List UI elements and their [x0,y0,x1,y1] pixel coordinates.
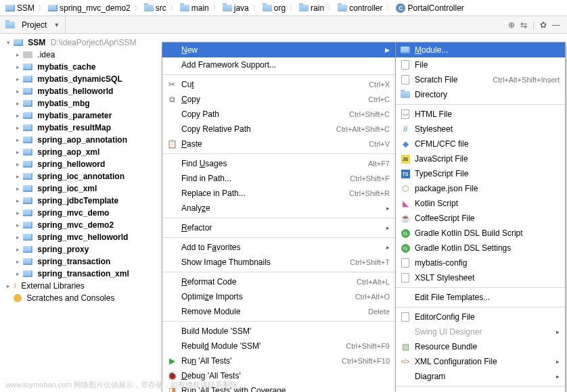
menu-show-thumbnails[interactable]: Show Image ThumbnailsCtrl+Shift+T [162,255,395,270]
tree-module[interactable]: ▸ spring_mvc_demo2 [0,219,173,231]
scratches-icon [14,294,22,302]
menu-label: mybatis-config [415,258,467,268]
module-label: spring_aop_annotation [37,135,127,145]
menu-new-resource-bundle[interactable]: ▤Resource Bundle [396,339,565,354]
tree-module[interactable]: ▸ spring_transaction [0,255,173,268]
settings-sliders-icon[interactable]: ⇆ [520,20,527,30]
menu-reformat-code[interactable]: Reformat CodeCtrl+Alt+L [162,274,395,289]
menu-new-packagejson[interactable]: ⬡package.json File [396,181,565,196]
menu-label: Paste [181,139,202,149]
menu-cut[interactable]: ✂CutCtrl+X [162,77,395,92]
js-icon: JS [400,155,411,164]
menu-label: Swing UI Designer [415,327,482,337]
menu-find-usages[interactable]: Find UsagesAlt+F7 [162,156,395,171]
menu-new-xslt[interactable]: XSLT Stylesheet [396,270,565,285]
menu-add-favorites[interactable]: Add to Favorites▸ [162,240,395,255]
tree-module[interactable]: ▸ mybatis_cache [0,61,173,73]
coffee-icon: ☕ [400,214,411,223]
tree-module[interactable]: ▸ spring_aop_xml [0,146,173,158]
chevron-right-icon: ▶ [385,47,390,53]
tree-module[interactable]: ▸ mybatis_resultMap [0,122,173,134]
bc-folder[interactable]: controller [336,3,384,13]
menu-new-editorconfig[interactable]: EditorConfig File [396,310,565,324]
bc-folder[interactable]: rain [298,3,325,13]
bc-folder[interactable]: org [261,3,287,13]
module-icon [23,149,32,155]
menu-optimize-imports[interactable]: Optimize ImportsCtrl+Alt+O [162,289,395,304]
bc-file[interactable]: CPortalController [394,3,465,13]
run-icon: ▶ [166,356,177,366]
tree-module[interactable]: ▸ mybatis_dynamicSQL [0,73,173,85]
tree-module[interactable]: ▸ spring_mvc_demo [0,207,173,219]
tree-module[interactable]: ▸ spring_ioc_annotation [0,170,173,182]
menu-copy[interactable]: ⧉CopyCtrl+C [162,92,395,107]
menu-copy-path[interactable]: Copy PathCtrl+Shift+C [162,107,395,122]
bc-folder[interactable]: main [179,3,210,13]
menu-new-diagram[interactable]: Diagram▸ [396,369,565,384]
menu-refactor[interactable]: Refactor▸ [162,220,395,235]
menu-new-html[interactable]: <>HTML File [396,107,565,122]
menu-new-xml-config[interactable]: </>XML Configuration File▸ [396,354,565,369]
target-icon[interactable]: ⊕ [508,20,515,30]
module-icon [23,258,32,265]
bc-folder[interactable]: java [221,3,250,13]
tree-module[interactable]: ▸ spring_helloword [0,158,173,170]
module-icon [23,112,32,119]
menu-new-directory[interactable]: Directory [396,87,565,102]
menu-new-ts[interactable]: TSTypeScript File [396,166,565,181]
menu-analyze[interactable]: Analyze▸ [162,201,395,216]
menu-new-kotlin-script[interactable]: ◣Kotlin Script [396,196,565,211]
module-label: mybatis_dynamicSQL [37,74,122,84]
menu-edit-file-templates[interactable]: Edit File Templates... [396,290,565,305]
menu-copy-relative-path[interactable]: Copy Relative PathCtrl+Alt+Shift+C [162,122,395,137]
tree-module[interactable]: ▸ spring_jdbcTemplate [0,195,173,207]
tree-scratches[interactable]: Scratches and Consoles [0,292,173,304]
menu-data-source-in-path[interactable]: 𝄃Data Source in Path [396,389,565,392]
tree-module[interactable]: ▸ spring_proxy [0,243,173,255]
menu-label: Module... [415,45,448,55]
tree-module[interactable]: ▸ spring_ioc_xml [0,182,173,195]
menu-replace-in-path[interactable]: Replace in Path...Ctrl+Shift+R [162,186,395,201]
menu-paste[interactable]: 📋PasteCtrl+V [162,137,395,151]
menu-new-coffeescript[interactable]: ☕CoffeeScript File [396,211,565,226]
menu-new-cfml[interactable]: ◆CFML/CFC file [396,137,565,151]
bc-folder[interactable]: spring_mvc_demo2 [47,3,132,13]
tree-module[interactable]: ▸ spring_transaction_xml [0,268,173,280]
module-label: spring_transaction [37,257,110,266]
tree-external-libs[interactable]: ▸⫴ External Libraries [0,280,173,292]
menu-new-js[interactable]: JSJavaScript File [396,151,565,166]
menu-new-gradle-settings[interactable]: GGradle Kotlin DSL Settings [396,241,565,255]
tree-root[interactable]: ▾ SSM D:\ideaPorject\Apr\SSM [0,36,173,49]
menu-label: Refactor [181,223,212,232]
menu-new-stylesheet[interactable]: #Stylesheet [396,122,565,137]
menu-new-module[interactable]: Module... [396,43,565,57]
menu-label: Resource Bundle [415,342,477,351]
menu-new-gradle-build[interactable]: GGradle Kotlin DSL Build Script [396,226,565,241]
menu-find-in-path[interactable]: Find in Path...Ctrl+Shift+F [162,171,395,186]
menu-new-file[interactable]: File [396,57,565,72]
menu-run-tests[interactable]: ▶Run 'All Tests'Ctrl+Shift+F10 [162,353,395,368]
bc-folder[interactable]: src [143,3,168,13]
menu-label: EditorConfig File [415,312,475,322]
menu-new-mybatis-config[interactable]: mybatis-config [396,255,565,270]
menu-new[interactable]: New▶ [162,43,395,57]
bc-root[interactable]: SSM [4,3,36,13]
tree-module[interactable]: ▸ mybatis_helloworld [0,85,173,97]
tree-idea-folder[interactable]: ▸ .idea [0,49,173,61]
module-icon [23,270,32,277]
menu-add-framework[interactable]: Add Framework Support... [162,57,395,72]
menu-build-module[interactable]: Build Module 'SSM' [162,324,395,339]
project-selector[interactable]: Project ▼ [0,16,66,33]
cfml-icon: ◆ [400,139,411,149]
gear-icon[interactable]: ✿ [540,20,547,30]
menu-new-scratch[interactable]: Scratch FileCtrl+Alt+Shift+Insert [396,72,565,87]
module-icon [48,5,58,11]
tree-module[interactable]: ▸ mybatis_mbg [0,97,173,109]
menu-label: XML Configuration File [415,357,497,366]
tree-module[interactable]: ▸ spring_aop_annotation [0,134,173,146]
minimize-icon[interactable]: — [552,20,560,30]
menu-remove-module[interactable]: Remove ModuleDelete [162,304,395,319]
tree-module[interactable]: ▸ spring_mvc_helloworld [0,231,173,243]
menu-rebuild-module[interactable]: Rebuild Module 'SSM'Ctrl+Shift+F9 [162,339,395,353]
tree-module[interactable]: ▸ mybatis_parameter [0,109,173,122]
